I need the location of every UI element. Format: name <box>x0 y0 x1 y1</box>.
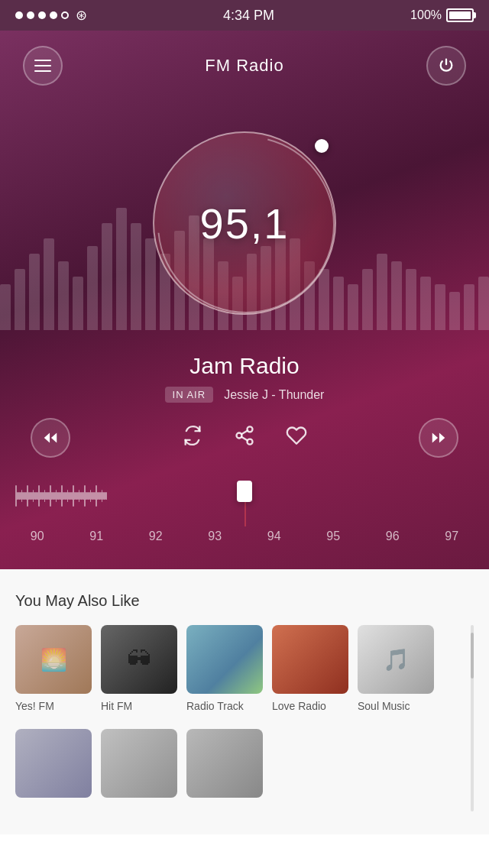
status-bar: ⊛ 4:34 PM 100% <box>0 0 489 31</box>
share-icon <box>234 425 255 446</box>
sync-button[interactable] <box>182 425 203 452</box>
rec-row-2 <box>15 729 474 811</box>
svg-line-7 <box>241 430 248 434</box>
menu-line-3 <box>34 70 51 72</box>
tuner-label: 92 <box>126 530 186 543</box>
menu-button[interactable] <box>23 46 63 86</box>
rec-thumbnail: 🎵 <box>358 625 434 694</box>
eq-bar <box>464 284 474 330</box>
rec-item-label: Yes! FM <box>15 700 92 712</box>
rec-item[interactable] <box>101 729 177 804</box>
frequency-dial[interactable]: 95,1 <box>153 131 336 315</box>
tuner-label: 93 <box>186 530 245 543</box>
rec-item-label: Love Radio <box>272 700 348 712</box>
rec-item[interactable] <box>15 729 92 804</box>
rewind-button[interactable] <box>31 418 70 458</box>
tuner-tick <box>106 492 108 500</box>
tuner-label: 90 <box>8 530 67 543</box>
recommendations-section: You May Also Like 🌅Yes! FM🕶Hit FMRadio T… <box>0 569 489 834</box>
battery-fill <box>449 11 471 19</box>
eq-bar <box>406 269 416 330</box>
svg-point-0 <box>158 137 334 313</box>
tuner-label: 96 <box>363 530 423 543</box>
tuner-label: 94 <box>244 530 304 543</box>
station-meta: IN AIR Jessie J - Thunder <box>15 387 474 403</box>
rec-item[interactable]: 🕶Hit FM <box>101 625 177 712</box>
rec-item[interactable]: Radio Track <box>186 625 263 712</box>
svg-marker-9 <box>432 433 438 443</box>
eq-bar <box>362 269 373 330</box>
eq-bar <box>87 246 98 330</box>
rec-thumbnail <box>272 625 348 694</box>
action-icons <box>182 425 307 452</box>
rec-item[interactable]: Love Radio <box>272 625 348 712</box>
radio-main-area: FM Radio 95,1 Jam Radio IN AIR <box>0 31 489 569</box>
eq-bar <box>377 254 387 330</box>
svg-marker-8 <box>439 433 445 443</box>
tuner-indicator <box>237 481 252 519</box>
forward-icon <box>430 429 447 446</box>
track-name: Jessie J - Thunder <box>224 388 324 402</box>
power-icon <box>438 57 455 74</box>
rec-item-label: Hit FM <box>101 700 177 712</box>
eq-bar <box>391 261 402 330</box>
rec-item[interactable] <box>186 729 263 804</box>
rec-item-label: Soul Music <box>358 700 434 712</box>
eq-bar <box>58 261 69 330</box>
dial-circle: 95,1 <box>153 131 336 315</box>
battery-area: 100% <box>410 8 474 22</box>
recommendations-title: You May Also Like <box>15 592 474 610</box>
tuner-label: 91 <box>67 530 127 543</box>
scrollbar-thumb <box>471 633 474 679</box>
signal-area: ⊛ <box>15 7 87 24</box>
eq-bar <box>29 254 40 330</box>
rec-item[interactable]: 🌅Yes! FM <box>15 625 92 712</box>
recommendations-wrapper: 🌅Yes! FM🕶Hit FMRadio TrackLove Radio🎵Sou… <box>15 625 474 811</box>
eq-bar <box>435 284 445 330</box>
eq-bar <box>348 284 358 330</box>
tuner-labels: 9091929394959697 <box>0 526 489 546</box>
dial-arc-svg <box>154 133 338 316</box>
app-title: FM Radio <box>205 56 283 76</box>
share-button[interactable] <box>234 425 255 452</box>
sync-icon <box>182 425 203 446</box>
rec-row-1: 🌅Yes! FM🕶Hit FMRadio TrackLove Radio🎵Sou… <box>15 625 474 720</box>
signal-dot-2 <box>27 11 34 19</box>
eq-bar <box>478 277 489 330</box>
svg-marker-2 <box>51 433 57 443</box>
signal-dot-3 <box>38 11 46 19</box>
battery-icon <box>446 8 474 22</box>
equalizer-area: 95,1 <box>0 101 489 345</box>
signal-dot-5 <box>61 11 69 19</box>
tuner-area[interactable]: 9091929394959697 <box>0 473 489 546</box>
like-button[interactable] <box>286 425 307 452</box>
menu-line-2 <box>34 65 51 66</box>
signal-dot-4 <box>50 11 57 19</box>
eq-bar <box>131 223 141 330</box>
rec-thumbnail <box>186 625 263 694</box>
eq-bar <box>449 292 460 330</box>
eq-bar <box>0 284 11 330</box>
rec-item[interactable]: 🎵Soul Music <box>358 625 434 712</box>
power-button[interactable] <box>426 46 466 86</box>
rec-thumbnail <box>101 729 177 798</box>
eq-bar <box>102 223 112 330</box>
wifi-icon: ⊛ <box>76 7 87 24</box>
eq-bar <box>116 208 127 330</box>
eq-bar <box>44 238 54 330</box>
tuner-slider[interactable] <box>0 481 489 526</box>
rec-item-label: Radio Track <box>186 700 263 712</box>
rec-thumbnail <box>15 729 92 798</box>
tuner-knob <box>237 481 252 502</box>
rec-thumbnail: 🕶 <box>101 625 177 694</box>
svg-line-6 <box>241 436 248 440</box>
forward-button[interactable] <box>419 418 458 458</box>
eq-bar <box>420 277 431 330</box>
tuner-label: 95 <box>304 530 364 543</box>
heart-icon <box>286 425 307 446</box>
eq-bar <box>15 269 25 330</box>
tuner-label: 97 <box>423 530 482 543</box>
rec-thumbnail: 🌅 <box>15 625 92 694</box>
menu-line-1 <box>34 60 51 61</box>
status-time: 4:34 PM <box>223 8 274 24</box>
